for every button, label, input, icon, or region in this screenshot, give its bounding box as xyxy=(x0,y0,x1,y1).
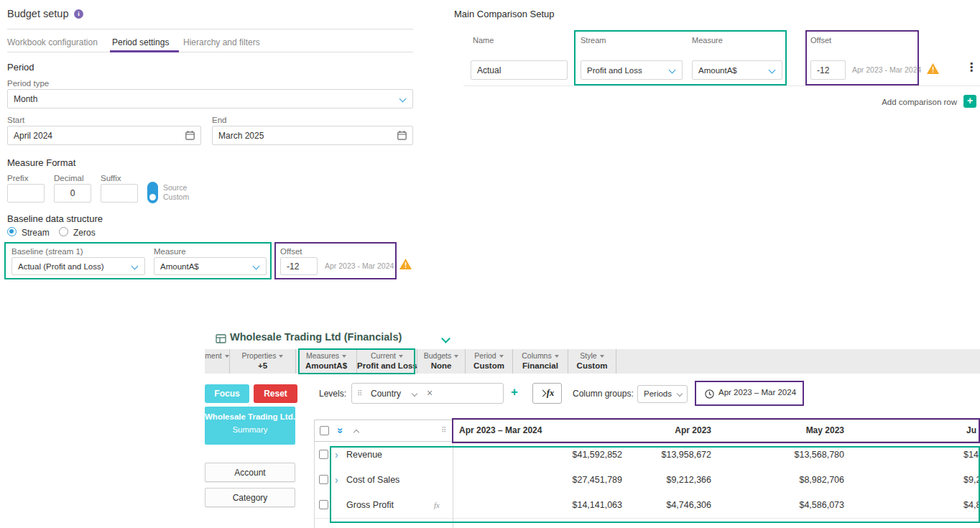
add-level-button[interactable]: + xyxy=(511,386,518,398)
toolbar-item-period[interactable]: Period Custom xyxy=(466,349,513,374)
grid-column-header[interactable]: May 2023 xyxy=(711,425,844,435)
chevron-up-icon[interactable] xyxy=(353,430,359,435)
toolbar-item-label: Period xyxy=(474,351,496,360)
offset-input[interactable]: -12 xyxy=(280,257,318,275)
close-icon[interactable]: × xyxy=(427,387,433,399)
grid-header-tools: « ⠿ xyxy=(314,420,453,442)
col-header-measure: Measure xyxy=(692,36,723,45)
sidebar-item-account[interactable]: Account xyxy=(205,463,295,482)
toolbar-item-properties[interactable]: Properties +5 xyxy=(230,349,296,374)
radio-zeros[interactable] xyxy=(59,227,68,236)
chevron-down-icon xyxy=(399,355,403,358)
col-header-offset: Offset xyxy=(810,36,831,45)
period-type-select[interactable]: Month xyxy=(7,89,413,108)
row-menu-kebab-icon[interactable]: ⋮ xyxy=(966,62,977,73)
toolbar-item-value: Custom xyxy=(466,361,512,371)
tab-period-settings[interactable]: Period settings xyxy=(112,37,169,47)
sidebar-item-category[interactable]: Category xyxy=(205,488,295,507)
tab-workbook-configuration[interactable]: Workbook configuration xyxy=(7,37,98,47)
period-type-value: Month xyxy=(14,94,37,104)
table-row-gross-profit[interactable]: Gross Profit fx $14,141,063 $4,746,306 $… xyxy=(314,493,980,519)
row-checkbox[interactable] xyxy=(319,475,328,484)
row-label[interactable]: Revenue xyxy=(346,450,382,460)
period-range-display[interactable]: Apr 2023 – Mar 2024 xyxy=(718,388,796,397)
clock-icon xyxy=(705,389,714,402)
row-checkbox[interactable] xyxy=(319,450,328,459)
radio-stream[interactable] xyxy=(7,227,17,236)
chevron-down-icon[interactable] xyxy=(441,334,450,343)
workbook-title[interactable]: Wholesale Trading Ltd (Financials) xyxy=(230,331,402,343)
radio-zeros-label: Zeros xyxy=(73,228,96,238)
expand-chevron-icon[interactable]: › xyxy=(335,449,338,460)
toolbar-item-columns[interactable]: Columns Financial xyxy=(513,349,568,374)
drag-handle-icon[interactable]: ⠿ xyxy=(441,426,445,434)
grid-column-header[interactable]: Apr 2023 xyxy=(622,425,711,435)
start-date-value: April 2024 xyxy=(14,131,52,141)
chevron-down-icon xyxy=(555,355,559,358)
toolbar-item-label: Properties xyxy=(242,351,277,360)
toolbar-item-style[interactable]: Style Custom xyxy=(568,349,616,374)
select-all-checkbox[interactable] xyxy=(320,426,329,435)
chevron-right-icon xyxy=(539,390,546,397)
toolbar-item-label: Style xyxy=(580,351,596,360)
divider xyxy=(463,85,980,86)
column-groups-select[interactable]: Periods xyxy=(637,385,688,403)
source-custom-toggle[interactable] xyxy=(147,182,158,203)
toolbar-item-label: ment xyxy=(205,351,221,360)
table-row-revenue[interactable]: › Revenue $41,592,852 $13,958,672 $13,56… xyxy=(314,443,980,468)
baseline-measure-value: AmountA$ xyxy=(160,262,199,271)
chevron-down-icon xyxy=(342,355,346,358)
comparison-offset-input[interactable]: -12 xyxy=(810,60,846,80)
cell-value: $4,586,073 xyxy=(711,500,844,510)
baseline-stream-select[interactable]: Actual (Profit and Loss) xyxy=(11,257,145,275)
add-comparison-row-button[interactable]: + xyxy=(963,95,976,108)
focus-button[interactable]: Focus xyxy=(205,384,249,403)
formula-fx-button[interactable]: fx xyxy=(532,383,562,404)
decimal-label: Decimal xyxy=(54,174,84,182)
table-row-cost-of-sales[interactable]: › Cost of Sales $27,451,789 $9,212,366 $… xyxy=(314,468,980,494)
cell-value: $8,982,706 xyxy=(711,475,844,485)
collapse-all-icon[interactable]: « xyxy=(333,427,344,433)
sidebar-selected-block[interactable]: Wholesale Trading Ltd... Summary xyxy=(205,407,295,445)
calendar-icon[interactable] xyxy=(185,131,195,142)
drag-handle-icon[interactable]: ⠿ xyxy=(357,389,361,397)
prefix-input[interactable] xyxy=(7,184,45,203)
toolbar-item-ment[interactable]: ment xyxy=(205,349,230,374)
col-header-name: Name xyxy=(473,36,494,45)
end-date-value: March 2025 xyxy=(218,131,264,141)
decimal-input[interactable]: 0 xyxy=(54,184,91,203)
toolbar-item-value: None xyxy=(417,361,465,371)
measure-format-heading: Measure Format xyxy=(7,157,75,168)
row-label[interactable]: Cost of Sales xyxy=(346,475,399,485)
calendar-icon[interactable] xyxy=(397,131,407,142)
chevron-down-icon xyxy=(399,96,407,103)
cell-value: $27,451,789 xyxy=(453,475,622,485)
levels-control[interactable]: ⠿ Country × xyxy=(351,383,504,404)
toolbar-item-current[interactable]: Current Profit and Loss xyxy=(357,349,417,374)
radio-stream-label: Stream xyxy=(22,228,50,238)
reset-button[interactable]: Reset xyxy=(254,384,297,403)
comparison-name-input[interactable]: Actual xyxy=(471,60,568,80)
row-checkbox[interactable] xyxy=(319,500,328,509)
toolbar-item-label: Budgets xyxy=(424,351,452,360)
toolbar-item-value: +5 xyxy=(230,361,295,371)
comparison-offset-value: -12 xyxy=(817,65,829,75)
toolbar-item-measures[interactable]: Measures AmountA$ xyxy=(296,349,357,374)
grid-column-header[interactable]: Ju xyxy=(966,425,976,435)
grid-column-header[interactable]: Apr 2023 – Mar 2024 xyxy=(459,425,542,435)
expand-chevron-icon[interactable]: › xyxy=(335,474,338,486)
end-date-field[interactable]: March 2025 xyxy=(212,126,413,145)
divider xyxy=(7,52,413,52)
grid-border xyxy=(314,442,315,528)
info-icon[interactable]: i xyxy=(74,9,83,19)
start-date-field[interactable]: April 2024 xyxy=(7,126,201,145)
baseline-measure-select[interactable]: AmountA$ xyxy=(154,257,267,275)
tab-hierarchy-filters[interactable]: Hierarchy and filters xyxy=(183,37,260,47)
toolbar-item-budgets[interactable]: Budgets None xyxy=(417,349,466,374)
comparison-measure-select[interactable]: AmountA$ xyxy=(692,60,782,80)
row-label[interactable]: Gross Profit xyxy=(346,500,394,510)
level-chip-label[interactable]: Country xyxy=(371,389,401,399)
suffix-input[interactable] xyxy=(101,184,138,203)
chevron-down-icon[interactable] xyxy=(412,391,417,397)
comparison-stream-select[interactable]: Profit and Loss xyxy=(581,60,683,80)
